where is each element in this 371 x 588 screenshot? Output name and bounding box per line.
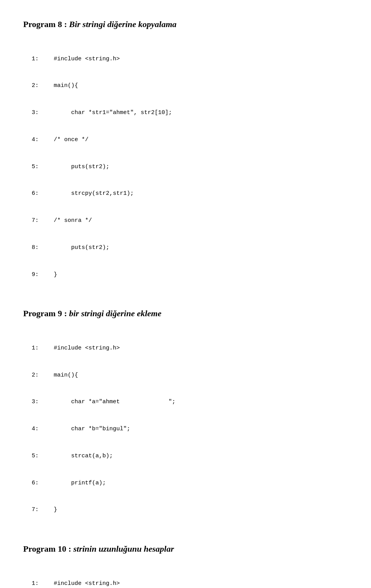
line-number: 4: [27,424,39,433]
line-content: main(){ [43,371,78,380]
line-content: char *str1="ahmet", str2[10]; [43,108,172,117]
code-line: 2: main(){ [27,81,348,90]
line-content: #include <string.h> [43,344,120,353]
program8-code: 1: #include <string.h> 2: main(){ 3: cha… [27,36,348,297]
line-content: strcat(a,b); [43,452,113,460]
line-content: puts(str2); [43,243,109,252]
line-number: 2: [27,371,39,380]
code-line: 3: char *a="ahmet "; [27,397,348,406]
program8-description: Bir stringi diğerine kopyalama [69,19,177,29]
line-content: #include <string.h> [43,55,120,63]
line-content: printf(a); [43,479,106,487]
code-line: 3: char *str1="ahmet", str2[10]; [27,108,348,117]
program10-section: Program 10 : strinin uzunluğunu hesaplar… [23,544,348,588]
program9-title: Program 9 : bir stringi diğerine ekleme [23,308,348,319]
line-number: 7: [27,505,39,514]
line-content: puts(str2); [43,162,109,171]
program9-description: bir stringi diğerine ekleme [69,308,162,318]
line-number: 4: [27,135,39,144]
code-line: 1: #include <string.h> [27,579,348,588]
code-line: 8: puts(str2); [27,243,348,252]
line-number: 6: [27,189,39,198]
line-content: } [43,505,57,514]
line-number: 9: [27,270,39,279]
line-number: 8: [27,243,39,252]
program8-title: Program 8 : Bir stringi diğerine kopyala… [23,19,348,29]
code-line: 5: strcat(a,b); [27,452,348,460]
line-number: 1: [27,579,39,588]
program8-label: Program 8 [23,19,62,29]
line-number: 1: [27,55,39,63]
code-line: 5: puts(str2); [27,162,348,171]
program9-separator: : [62,308,69,318]
line-content: /* sonra */ [43,216,92,225]
program10-description: strinin uzunluğunu hesaplar [73,544,174,554]
code-line: 1: #include <string.h> [27,344,348,353]
line-number: 3: [27,397,39,406]
line-content: #include <string.h> [43,579,120,588]
line-number: 1: [27,344,39,353]
code-line: 4: /* once */ [27,135,348,144]
program8-separator: : [62,19,69,29]
line-number: 3: [27,108,39,117]
program8-section: Program 8 : Bir stringi diğerine kopyala… [23,19,348,297]
code-line: 9: } [27,270,348,279]
program10-separator: : [66,544,73,554]
line-number: 2: [27,81,39,90]
line-number: 6: [27,479,39,487]
code-line: 7: } [27,505,348,514]
line-number: 5: [27,162,39,171]
line-number: 5: [27,452,39,460]
line-content: strcpy(str2,str1); [43,189,134,198]
code-line: 6: strcpy(str2,str1); [27,189,348,198]
line-content: } [43,270,57,279]
code-line: 2: main(){ [27,371,348,380]
line-number: 7: [27,216,39,225]
line-content: /* once */ [43,135,88,144]
program9-label: Program 9 [23,308,62,318]
code-line: 6: printf(a); [27,479,348,487]
line-content: main(){ [43,81,78,90]
line-content: char *b="bingul"; [43,424,130,433]
program9-code: 1: #include <string.h> 2: main(){ 3: cha… [27,326,348,532]
program10-title: Program 10 : strinin uzunluğunu hesaplar [23,544,348,554]
line-content: char *a="ahmet "; [43,397,175,406]
program10-label: Program 10 [23,544,66,554]
code-line: 7: /* sonra */ [27,216,348,225]
program10-code: 1: #include <string.h> 2: main(){ 3: cha… [27,561,348,588]
code-line: 4: char *b="bingul"; [27,424,348,433]
code-line: 1: #include <string.h> [27,55,348,63]
program9-section: Program 9 : bir stringi diğerine ekleme … [23,308,348,532]
